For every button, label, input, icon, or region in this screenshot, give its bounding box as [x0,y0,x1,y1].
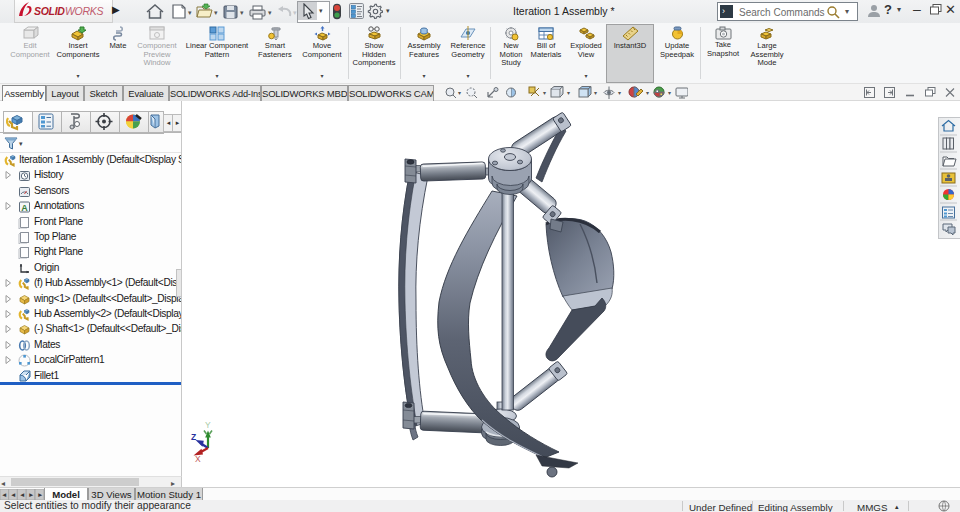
svg-text:A: A [21,203,28,213]
svg-text:▾: ▾ [567,90,570,96]
svg-text:▾: ▾ [646,90,649,96]
svg-text:▾: ▾ [188,9,192,16]
svg-text:▾: ▾ [214,9,218,16]
svg-text:Z: Z [191,432,196,442]
svg-text:►: ► [28,491,34,498]
svg-text:◄: ◄ [10,491,16,498]
svg-text:WORKS: WORKS [65,5,103,17]
svg-text:▾: ▾ [618,90,621,96]
svg-text:▾: ▾ [268,9,272,16]
svg-text:▾: ▾ [543,90,546,96]
svg-text:◄: ◄ [19,491,25,498]
svg-text:►: ► [37,491,43,498]
svg-text:SOLID: SOLID [34,5,65,17]
svg-text:▾: ▾ [240,9,244,16]
svg-text:X: X [195,454,201,464]
svg-text:▾: ▾ [458,90,461,96]
svg-text:▾: ▾ [594,90,597,96]
svg-text:◄: ◄ [1,491,7,498]
svg-text:▾: ▾ [668,90,671,96]
svg-text:Y: Y [205,420,211,430]
